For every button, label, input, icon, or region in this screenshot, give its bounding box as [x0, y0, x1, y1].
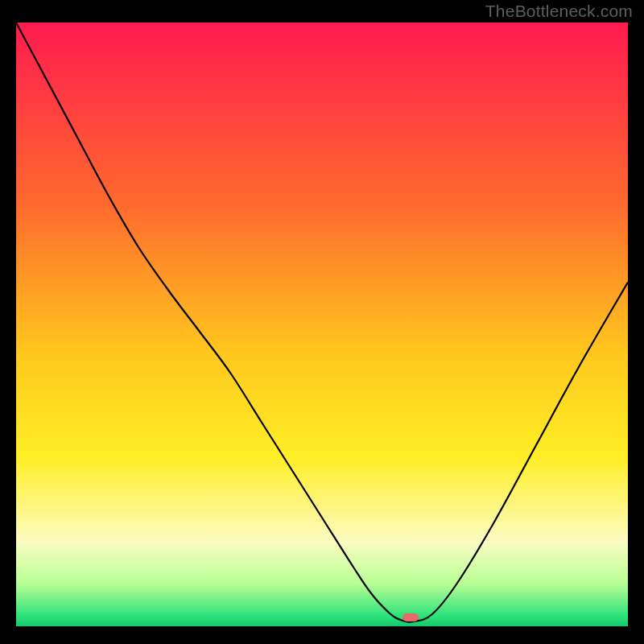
gradient-background: [16, 23, 628, 626]
optimum-marker: [402, 613, 419, 621]
chart-svg: [16, 23, 628, 626]
plot-area: [16, 23, 628, 626]
watermark-text: TheBottleneck.com: [485, 2, 633, 21]
chart-frame: TheBottleneck.com: [0, 0, 644, 644]
